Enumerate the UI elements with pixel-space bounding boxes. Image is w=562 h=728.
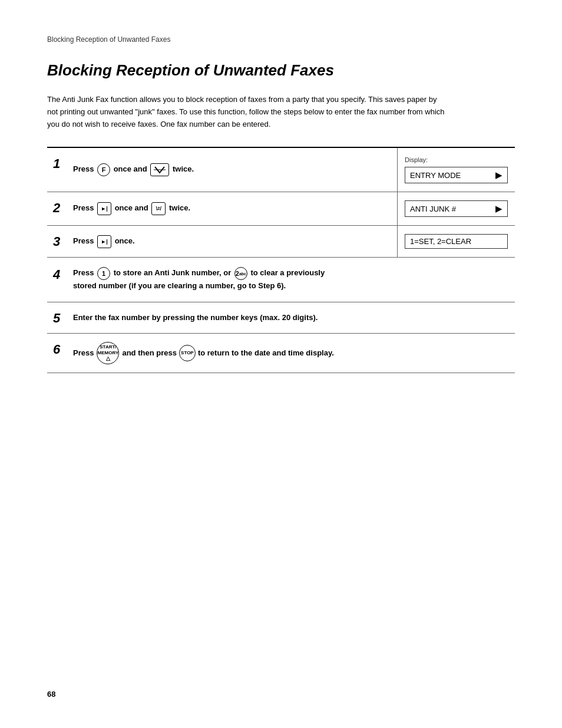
key-menu-icon (150, 163, 169, 176)
key-nav-2: \2/ (151, 202, 166, 215)
key-1: 1 (97, 267, 110, 280)
step-number-6: 6 (53, 342, 70, 356)
breadcrumb: Blocking Reception of Unwanted Faxes (47, 35, 515, 44)
steps-table: 1 Press F once and twice. Display: ENTRY… (47, 147, 515, 373)
display-arrows-1: ▶ (495, 170, 503, 180)
step-2-left: 2 Press ►| once and \2/ twice. (47, 192, 397, 225)
key-2: 2abc (234, 267, 247, 280)
page-number: 68 (47, 690, 55, 699)
step-4-content: Press 1 to store an Anti Junk number, or… (73, 267, 325, 292)
step-3-right: 1=SET, 2=CLEAR (397, 226, 515, 257)
step-6-left: 6 Press START/MEMORY△ and then press STO… (47, 334, 515, 373)
page-title: Blocking Reception of Unwanted Faxes (47, 61, 515, 80)
display-text-3: 1=SET, 2=CLEAR (410, 237, 471, 246)
step-2-right: ANTI JUNK # ▶ (397, 192, 515, 225)
step-5-left: 5 Enter the fax number by pressing the n… (47, 302, 515, 333)
step-row-4: 4 Press 1 to store an Anti Junk number, … (47, 258, 515, 302)
step-6-content: Press START/MEMORY△ and then press STOP … (73, 342, 334, 364)
step-number-5: 5 (53, 311, 70, 325)
display-label-1: Display: (405, 156, 508, 163)
key-f: F (97, 163, 110, 176)
display-text-1: ENTRY MODE (410, 171, 461, 180)
step-3-left: 3 Press ►| once. (47, 226, 397, 257)
intro-text: The Anti Junk Fax function allows you to… (47, 94, 448, 130)
step-number-2: 2 (53, 200, 70, 215)
step-row-6: 6 Press START/MEMORY△ and then press STO… (47, 334, 515, 373)
key-stop: STOP (179, 345, 196, 361)
key-start: START/MEMORY△ (97, 342, 119, 364)
display-text-2: ANTI JUNK # (410, 205, 456, 213)
page: Blocking Reception of Unwanted Faxes Blo… (0, 0, 562, 728)
step-1-left: 1 Press F once and twice. (47, 148, 397, 192)
step-number-4: 4 (53, 267, 70, 281)
step-number-3: 3 (53, 234, 70, 248)
step-row-2: 2 Press ►| once and \2/ twice. ANTI JUNK… (47, 192, 515, 226)
key-nav-1: ►| (97, 202, 111, 215)
key-nav-3: ►| (97, 235, 111, 248)
step-5-content: Enter the fax number by pressing the num… (73, 312, 318, 324)
step-row-5: 5 Enter the fax number by pressing the n… (47, 302, 515, 334)
step-2-content: Press ►| once and \2/ twice. (73, 202, 190, 215)
display-box-1: ENTRY MODE ▶ (405, 167, 508, 183)
step-row-3: 3 Press ►| once. 1=SET, 2=CLEAR (47, 226, 515, 258)
display-arrows-2: ▶ (495, 203, 503, 214)
display-box-3: 1=SET, 2=CLEAR (405, 234, 508, 249)
display-box-2: ANTI JUNK # ▶ (405, 200, 508, 217)
step-row-1: 1 Press F once and twice. Display: ENTRY… (47, 148, 515, 192)
step-1-content: Press F once and twice. (73, 163, 194, 176)
step-number-1: 1 (53, 156, 70, 170)
step-4-left: 4 Press 1 to store an Anti Junk number, … (47, 258, 515, 302)
step-1-right: Display: ENTRY MODE ▶ (397, 148, 515, 192)
step-3-content: Press ►| once. (73, 235, 135, 248)
